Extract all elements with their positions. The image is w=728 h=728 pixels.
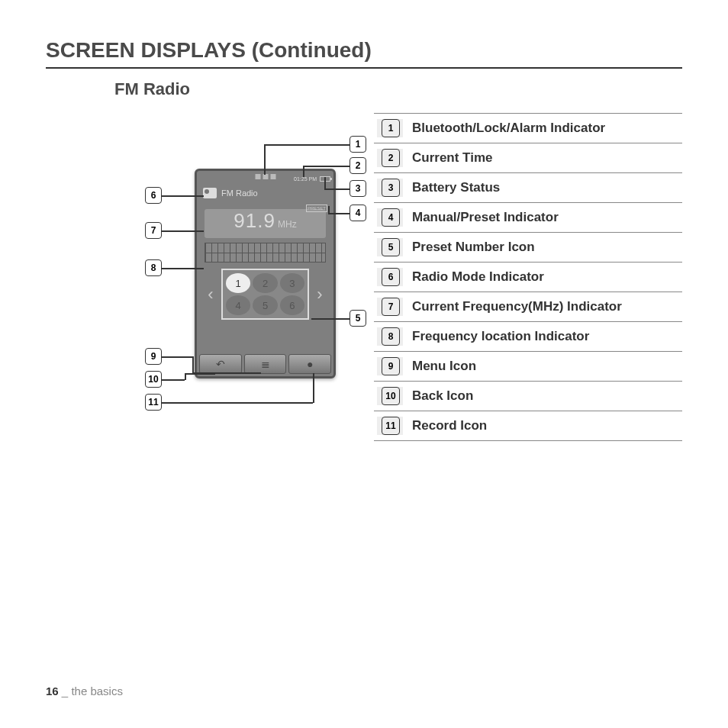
frequency-display: 91.9 MHz — [205, 209, 326, 238]
manual-preset-indicator: PRESET — [306, 205, 327, 212]
legend-label: Bluetooth/Lock/Alarm Indicator — [412, 121, 605, 136]
callout-4: 4 — [350, 205, 366, 221]
leader — [313, 373, 314, 403]
legend-number-cell: 4 — [377, 208, 403, 227]
section-title: FM Radio — [114, 79, 682, 99]
page-title: SCREEN DISPLAYS (Continued) — [46, 38, 682, 69]
legend-number-cell: 9 — [377, 357, 403, 375]
legend-number-cell: 3 — [377, 179, 403, 197]
legend-item: 1Bluetooth/Lock/Alarm Indicator — [374, 113, 682, 143]
preset-cell[interactable]: 6 — [280, 295, 304, 315]
legend-number-cell: 7 — [377, 298, 403, 316]
legend-item: 8Frequency location Indicator — [374, 321, 682, 351]
prev-arrow-icon[interactable]: ‹ — [205, 285, 217, 304]
legend-number-cell: 10 — [377, 387, 403, 405]
leader — [192, 356, 194, 373]
radio-icon — [203, 188, 217, 198]
diagram-area: 01:25 PM FM Radio PRESET 91.9 MHz ‹ 1 2 … — [46, 113, 374, 433]
leader — [162, 230, 204, 232]
bluetooth-lock-alarm-indicator — [255, 174, 275, 179]
callout-6: 6 — [145, 187, 162, 204]
callout-8: 8 — [145, 259, 162, 276]
preset-cell[interactable]: 1 — [226, 273, 250, 293]
legend-number: 7 — [382, 298, 400, 316]
legend-number: 4 — [382, 208, 400, 227]
leader — [162, 195, 204, 197]
legend-number-cell: 8 — [377, 327, 403, 346]
legend-label: Current Time — [412, 150, 493, 166]
preset-cell[interactable]: 2 — [253, 273, 277, 293]
next-arrow-icon[interactable]: › — [314, 285, 326, 304]
leader — [328, 206, 330, 214]
leader — [185, 373, 215, 375]
radio-mode-label: FM Radio — [221, 188, 258, 198]
legend-item: 2Current Time — [374, 143, 682, 172]
legend-label: Back Icon — [412, 388, 473, 404]
footer-separator: _ — [59, 685, 72, 697]
legend-number: 6 — [382, 268, 400, 286]
leader — [264, 144, 266, 175]
page-number: 16 — [46, 685, 59, 697]
preset-cell[interactable]: 5 — [253, 295, 277, 315]
legend-label: Record Icon — [412, 418, 487, 433]
legend-number: 1 — [382, 119, 400, 137]
preset-number-grid: 1 2 3 4 5 6 — [221, 269, 309, 320]
callout-1: 1 — [350, 136, 366, 153]
legend-item: 3Battery Status — [374, 172, 682, 202]
leader — [328, 213, 350, 214]
legend-item: 6Radio Mode Indicator — [374, 262, 682, 292]
legend-item: 7Current Frequency(MHz) Indicator — [374, 292, 682, 321]
callout-2: 2 — [350, 157, 366, 174]
legend-number-cell: 6 — [377, 268, 403, 286]
record-button[interactable]: ● — [288, 354, 331, 374]
leader — [324, 188, 350, 190]
device-screen: 01:25 PM FM Radio PRESET 91.9 MHz ‹ 1 2 … — [195, 169, 336, 378]
legend-label: Menu Icon — [412, 359, 476, 374]
legend-label: Preset Number Icon — [412, 240, 535, 255]
legend-label: Frequency location Indicator — [412, 329, 589, 344]
callout-3: 3 — [350, 180, 366, 197]
legend-list: 1Bluetooth/Lock/Alarm Indicator2Current … — [374, 113, 682, 441]
legend-number-cell: 5 — [377, 238, 403, 256]
legend-number-cell: 11 — [377, 417, 403, 435]
frequency-value: 91.9 — [234, 209, 275, 233]
menu-button[interactable]: ≣ — [244, 354, 287, 374]
leader — [162, 402, 313, 404]
preset-cell[interactable]: 4 — [226, 295, 250, 315]
leader — [324, 177, 326, 189]
legend-number: 3 — [382, 179, 400, 197]
legend-number: 2 — [382, 149, 400, 167]
legend-number-cell: 2 — [377, 149, 403, 167]
leader — [264, 144, 350, 146]
radio-mode-row: FM Radio — [197, 186, 333, 203]
callout-11: 11 — [145, 394, 162, 411]
legend-label: Battery Status — [412, 180, 500, 195]
callout-5: 5 — [350, 310, 366, 327]
frequency-unit: MHz — [278, 219, 297, 230]
page-footer: 16 _ the basics — [46, 685, 123, 697]
legend-number: 9 — [382, 357, 400, 375]
callout-7: 7 — [145, 222, 162, 239]
legend-label: Radio Mode Indicator — [412, 269, 544, 285]
legend-number: 10 — [382, 387, 400, 405]
legend-label: Manual/Preset Indicator — [412, 210, 559, 225]
callout-9: 9 — [145, 348, 162, 365]
legend-number: 5 — [382, 238, 400, 256]
legend-number: 11 — [382, 417, 400, 435]
back-button[interactable]: ↶ — [199, 354, 242, 374]
leader — [162, 379, 185, 381]
leader — [311, 318, 350, 320]
frequency-location-indicator — [205, 243, 326, 263]
preset-cell[interactable]: 3 — [280, 273, 304, 293]
preset-area: ‹ 1 2 3 4 5 6 › — [205, 269, 326, 320]
leader — [162, 356, 192, 358]
legend-number-cell: 1 — [377, 119, 403, 137]
current-time: 01:25 PM — [294, 176, 317, 182]
bottom-bar: ↶ ≣ ● — [199, 354, 331, 374]
leader — [303, 166, 304, 177]
legend-number: 8 — [382, 327, 400, 346]
leader — [303, 166, 350, 167]
legend-item: 9Menu Icon — [374, 351, 682, 381]
callout-10: 10 — [145, 371, 162, 388]
legend-label: Current Frequency(MHz) Indicator — [412, 299, 622, 314]
